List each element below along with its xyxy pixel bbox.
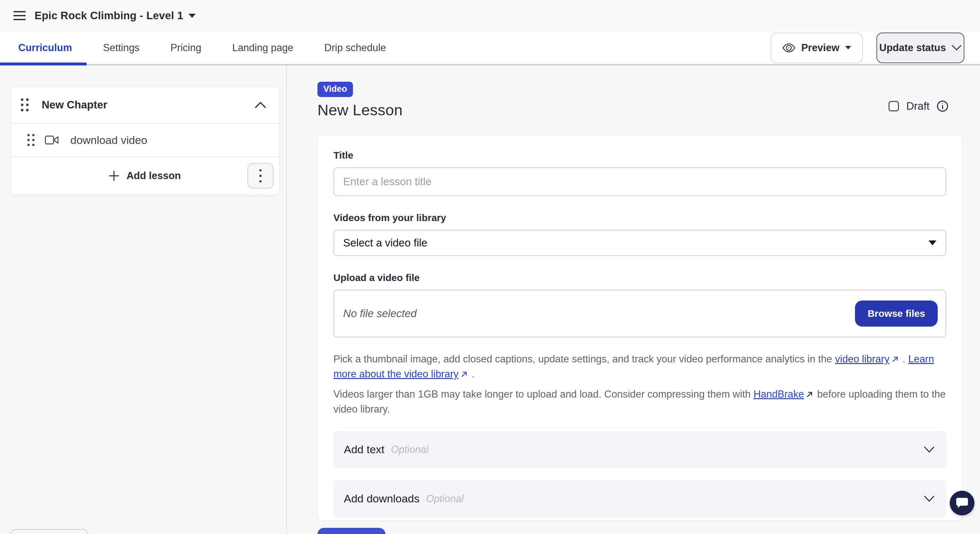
lesson-type-badge: Video [317, 82, 353, 97]
link-label: video library [835, 353, 889, 365]
upload-video-field: Upload a video file No file selected Bro… [333, 272, 946, 337]
chevron-down-icon [924, 447, 934, 453]
link-label: HandBrake [753, 388, 804, 400]
lesson-row[interactable]: download video [11, 124, 279, 156]
tab-pricing[interactable]: Pricing [170, 42, 201, 54]
drag-handle-icon[interactable] [20, 97, 29, 113]
lesson-title-heading: New Lesson [317, 101, 403, 119]
tab-drip-schedule[interactable]: Drip schedule [324, 42, 386, 54]
compression-help-text: Videos larger than 1GB may take longer t… [333, 387, 946, 417]
chapter-card: New Chapter [10, 86, 279, 195]
optional-hint: Optional [426, 493, 464, 505]
external-link-icon [461, 371, 468, 377]
chapter-title: New Chapter [42, 99, 107, 111]
optional-hint: Optional [391, 444, 428, 456]
video-camera-icon [45, 135, 59, 145]
draft-label: Draft [906, 100, 929, 112]
help-text-part: Videos larger than 1GB may take longer t… [333, 388, 751, 400]
draft-toggle-row: Draft [889, 100, 948, 112]
chevron-down-icon [952, 45, 961, 51]
tab-settings[interactable]: Settings [103, 42, 139, 54]
add-text-label: Add text [344, 443, 385, 456]
chapter-options-button[interactable] [247, 163, 274, 189]
add-text-accordion[interactable]: Add text Optional [333, 431, 946, 468]
lesson-heading: Video New Lesson [317, 82, 403, 119]
title-field-label: Title [333, 150, 946, 161]
help-text-part: . [472, 368, 475, 380]
lesson-form-card: Title Videos from your library Select a … [317, 135, 962, 521]
lesson-editor: Video New Lesson Draft Title [287, 65, 980, 534]
info-icon[interactable] [937, 100, 948, 112]
curriculum-sidebar: New Chapter [0, 65, 287, 534]
video-library-selected-value: Select a video file [343, 237, 428, 249]
drag-handle-icon[interactable] [27, 133, 35, 147]
lesson-header: Video New Lesson Draft [317, 82, 962, 119]
course-title[interactable]: Epic Rock Climbing - Level 1 [35, 10, 183, 22]
draft-checkbox[interactable] [889, 101, 899, 111]
video-library-field: Videos from your library Select a video … [333, 212, 946, 256]
external-link-icon [892, 356, 899, 362]
help-text-part: Pick a thumbnail image, add closed capti… [333, 353, 832, 365]
hamburger-menu-icon[interactable] [10, 6, 29, 25]
top-bar: Epic Rock Climbing - Level 1 [0, 0, 980, 31]
add-downloads-label: Add downloads [344, 492, 420, 505]
video-library-help-text: Pick a thumbnail image, add closed capti… [333, 352, 946, 381]
page-body: New Chapter [0, 65, 980, 534]
save-lesson-button[interactable]: Save lesson [317, 528, 385, 534]
video-library-label: Videos from your library [333, 212, 946, 223]
preview-button-label: Preview [801, 42, 839, 54]
upload-video-label: Upload a video file [333, 272, 946, 283]
header-actions: Preview Update status [771, 33, 980, 63]
select-arrow-icon [929, 241, 936, 245]
add-downloads-accordion[interactable]: Add downloads Optional [333, 480, 946, 517]
tab-landing-page[interactable]: Landing page [232, 42, 293, 54]
title-field: Title [333, 150, 946, 196]
browse-files-button[interactable]: Browse files [855, 300, 938, 327]
plus-icon [109, 171, 119, 181]
chapter-header[interactable]: New Chapter [11, 87, 279, 123]
tab-bar: Curriculum Settings Pricing Landing page… [0, 31, 980, 65]
chevron-up-icon[interactable] [255, 102, 266, 108]
eye-icon [783, 43, 795, 52]
lesson-title-input[interactable] [333, 167, 946, 196]
chapter-footer: Add lesson [11, 157, 279, 195]
video-library-link[interactable]: video library [835, 353, 900, 365]
file-upload-box: No file selected Browse files [333, 290, 946, 337]
chat-icon [956, 497, 968, 509]
update-status-label: Update status [880, 42, 946, 54]
active-tab-underline [0, 62, 87, 65]
lesson-title: download video [70, 134, 147, 146]
tab-curriculum[interactable]: Curriculum [18, 42, 72, 54]
preview-button[interactable]: Preview [771, 33, 863, 63]
sidebar-footer: Chapter Upload content [10, 529, 286, 534]
tabs: Curriculum Settings Pricing Landing page… [0, 42, 386, 54]
handbrake-link[interactable]: HandBrake [753, 388, 804, 400]
add-chapter-button[interactable]: Chapter [10, 529, 88, 534]
help-text-part: . [902, 353, 905, 365]
update-status-button[interactable]: Update status [877, 33, 964, 63]
preview-caret-icon [845, 46, 851, 49]
video-library-select[interactable]: Select a video file [333, 230, 946, 256]
course-switcher-caret-icon[interactable] [189, 14, 196, 18]
chevron-down-icon [924, 496, 934, 502]
chat-widget-button[interactable] [950, 491, 974, 515]
external-link-icon [807, 391, 813, 397]
add-lesson-label: Add lesson [126, 170, 181, 182]
no-file-text: No file selected [343, 307, 417, 320]
add-lesson-button[interactable]: Add lesson [109, 170, 181, 182]
